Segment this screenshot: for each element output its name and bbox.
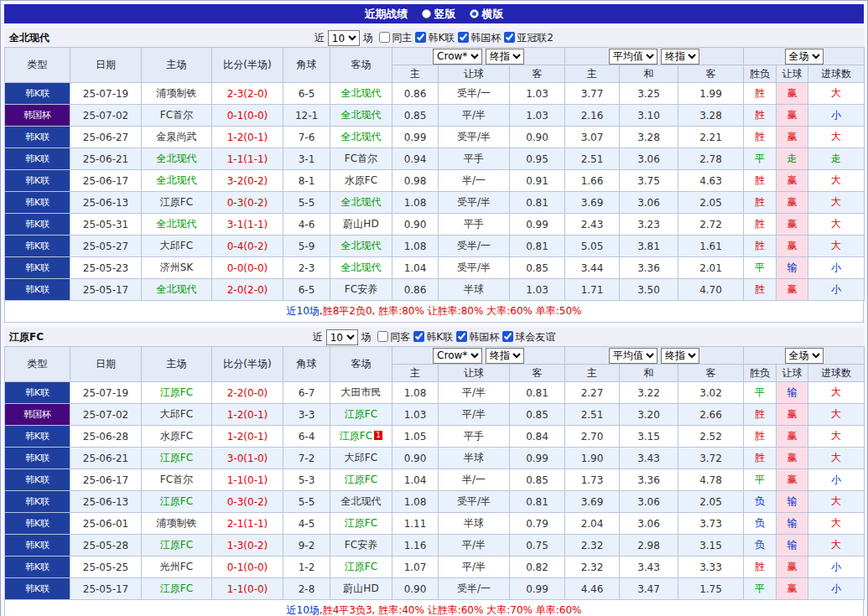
- away-team[interactable]: 江原FC: [330, 513, 392, 535]
- checkbox-icon[interactable]: [415, 32, 426, 43]
- avg-final-select[interactable]: 终指: [661, 348, 699, 364]
- score[interactable]: 1-1(0-1): [212, 469, 283, 491]
- away-team[interactable]: 江原FC: [330, 404, 392, 426]
- match-count-select[interactable]: 10: [328, 30, 360, 46]
- odds-source-select[interactable]: Crow*: [433, 348, 482, 364]
- home-team[interactable]: 江原FC: [142, 382, 212, 404]
- away-team[interactable]: 全北现代: [330, 236, 392, 257]
- odds-source-select[interactable]: Crow*: [433, 49, 482, 65]
- result-wdl: 负: [744, 513, 777, 535]
- radio-vertical-icon[interactable]: [422, 9, 431, 18]
- home-team[interactable]: 江原FC: [142, 448, 212, 469]
- home-team[interactable]: 浦项制铁: [142, 83, 212, 105]
- summary-bar: 近10场,胜4平3负3, 胜率:40% 让胜率:60% 大率:70% 单率:60…: [4, 600, 864, 616]
- home-team[interactable]: FC首尔: [142, 469, 212, 491]
- home-team[interactable]: 江原FC: [142, 491, 212, 513]
- away-team[interactable]: 大邱FC: [330, 448, 392, 469]
- away-team[interactable]: 全北现代: [330, 257, 392, 279]
- score[interactable]: 1-2(0-1): [212, 404, 283, 426]
- score[interactable]: 1-1(0-0): [212, 578, 283, 600]
- view-option-vertical[interactable]: 竖版: [422, 7, 456, 22]
- avg-source-select[interactable]: 平均值: [609, 348, 657, 364]
- odds-final-select[interactable]: 终指: [486, 49, 524, 65]
- filter-checkbox[interactable]: 韩K联: [413, 331, 453, 343]
- score[interactable]: 0-3(0-2): [212, 192, 283, 214]
- away-team[interactable]: 全北现代: [330, 127, 392, 148]
- filter-checkbox[interactable]: 同主: [379, 32, 412, 44]
- checkbox-icon[interactable]: [413, 331, 424, 342]
- away-team[interactable]: FC首尔: [330, 148, 392, 170]
- away-team[interactable]: 全北现代: [330, 491, 392, 513]
- score[interactable]: 2-3(2-0): [212, 83, 283, 105]
- home-team[interactable]: 江原FC: [142, 192, 212, 214]
- result-goals: 大: [808, 127, 865, 148]
- checkbox-icon[interactable]: [504, 32, 515, 43]
- checkbox-icon[interactable]: [458, 32, 469, 43]
- score[interactable]: 2-1(1-1): [212, 513, 283, 535]
- away-team[interactable]: 蔚山HD: [330, 214, 392, 236]
- home-team[interactable]: 金泉尚武: [142, 127, 212, 148]
- away-team[interactable]: 大田市民: [330, 382, 392, 404]
- home-team[interactable]: 全北现代: [142, 279, 212, 301]
- score[interactable]: 0-0(0-0): [212, 257, 283, 279]
- home-team[interactable]: 大邱FC: [142, 404, 212, 426]
- checkbox-icon[interactable]: [502, 331, 513, 342]
- filter-checkbox[interactable]: 韩国杯: [456, 331, 499, 343]
- col-odds-home: 主: [392, 365, 439, 382]
- checkbox-icon[interactable]: [456, 331, 467, 342]
- home-team[interactable]: FC首尔: [142, 105, 212, 127]
- filter-checkbox[interactable]: 球会友谊: [502, 331, 555, 343]
- score[interactable]: 1-2(0-1): [212, 426, 283, 448]
- score[interactable]: 3-1(1-1): [212, 214, 283, 236]
- home-team[interactable]: 浦项制铁: [142, 513, 212, 535]
- home-team[interactable]: 济州SK: [142, 257, 212, 279]
- checkbox-icon[interactable]: [377, 331, 388, 342]
- away-team[interactable]: 水原FC: [330, 170, 392, 192]
- filter-checkbox[interactable]: 亚冠联2: [504, 32, 554, 44]
- scope-select[interactable]: 全场: [785, 348, 824, 364]
- home-team[interactable]: 江原FC: [142, 578, 212, 600]
- radio-horizontal-icon[interactable]: [470, 9, 479, 18]
- away-team[interactable]: FC安养: [330, 279, 392, 301]
- view-option-horizontal[interactable]: 横版: [470, 7, 504, 22]
- home-team[interactable]: 江原FC: [142, 535, 212, 556]
- score[interactable]: 3-0(1-0): [212, 448, 283, 469]
- away-team[interactable]: 蔚山HD: [330, 578, 392, 600]
- away-team[interactable]: FC安养: [330, 535, 392, 556]
- home-team[interactable]: 全北现代: [142, 148, 212, 170]
- score[interactable]: 1-1(1-1): [212, 148, 283, 170]
- away-team[interactable]: 江原FC1: [330, 426, 392, 448]
- match-count-select[interactable]: 10: [326, 329, 358, 345]
- col-odds-home: 主: [392, 65, 439, 83]
- scope-select[interactable]: 全场: [785, 49, 824, 65]
- home-team[interactable]: 全北现代: [142, 170, 212, 192]
- score[interactable]: 2-2(0-0): [212, 382, 283, 404]
- odds-final-select[interactable]: 终指: [486, 348, 524, 364]
- avg-source-select[interactable]: 平均值: [609, 49, 657, 65]
- filter-checkbox[interactable]: 韩K联: [415, 32, 455, 44]
- away-team[interactable]: 江原FC: [330, 556, 392, 578]
- avg-away-odds: 3.15: [678, 535, 744, 556]
- score[interactable]: 0-3(0-2): [212, 491, 283, 513]
- score[interactable]: 1-3(0-2): [212, 535, 283, 556]
- col-result-wdl: 胜负: [744, 65, 777, 83]
- score[interactable]: 1-2(0-1): [212, 127, 283, 148]
- away-team[interactable]: 全北现代: [330, 105, 392, 127]
- home-team[interactable]: 全北现代: [142, 214, 212, 236]
- home-team[interactable]: 大邱FC: [142, 236, 212, 257]
- filter-checkbox-label: 韩国杯: [470, 32, 501, 44]
- filter-checkbox[interactable]: 韩国杯: [458, 32, 501, 44]
- away-team[interactable]: 全北现代: [330, 83, 392, 105]
- away-team[interactable]: 江原FC: [330, 469, 392, 491]
- score[interactable]: 2-0(2-0): [212, 279, 283, 301]
- away-team[interactable]: 全北现代: [330, 192, 392, 214]
- score[interactable]: 0-1(0-0): [212, 556, 283, 578]
- score[interactable]: 3-2(0-2): [212, 170, 283, 192]
- score[interactable]: 0-1(0-0): [212, 105, 283, 127]
- avg-final-select[interactable]: 终指: [661, 49, 699, 65]
- score[interactable]: 0-4(0-2): [212, 236, 283, 257]
- filter-checkbox[interactable]: 同客: [377, 331, 410, 343]
- checkbox-icon[interactable]: [379, 32, 390, 43]
- home-team[interactable]: 光州FC: [142, 556, 212, 578]
- home-team[interactable]: 水原FC: [142, 426, 212, 448]
